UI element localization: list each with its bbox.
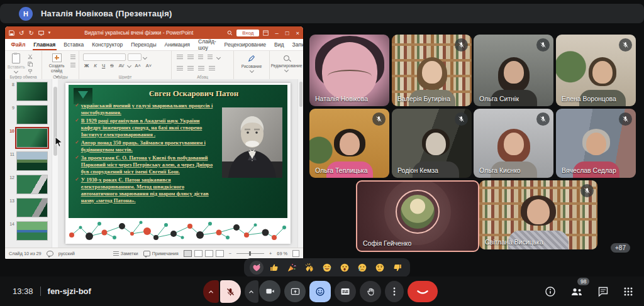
slide-scrollbar[interactable] <box>297 79 303 248</box>
notes-button[interactable]: Заметки <box>113 251 138 256</box>
slide-sorter-button[interactable] <box>194 250 203 257</box>
slideshow-icon[interactable] <box>38 30 44 36</box>
video-tile[interactable]: Ольга Ситнік <box>474 35 553 106</box>
reaction-face-crying[interactable] <box>355 261 369 275</box>
tab-record[interactable]: Запись <box>288 39 303 50</box>
save-icon[interactable] <box>9 30 14 36</box>
shrink-font-button[interactable]: A˅ <box>145 63 153 68</box>
reaction-sparkling-heart[interactable] <box>250 261 264 275</box>
justify-button[interactable] <box>209 66 215 71</box>
undo-icon[interactable]: ↺ <box>19 30 24 36</box>
align-center-button[interactable] <box>187 66 194 71</box>
tab-file[interactable]: Файл <box>7 39 30 50</box>
zoom-out-button[interactable]: − <box>229 251 231 256</box>
slide[interactable]: Євген Оскарович Патон ✓український вчени… <box>65 83 291 244</box>
underline-button[interactable]: Ч <box>101 63 106 68</box>
slide-thumbnail[interactable]: 9 <box>6 105 58 126</box>
fit-slide-button[interactable] <box>292 250 299 257</box>
video-tile-speaking[interactable]: Софія Гейченко <box>356 180 479 252</box>
present-button[interactable] <box>284 281 306 302</box>
tab-animations[interactable]: Анимация <box>160 39 194 50</box>
more-options-button[interactable] <box>385 281 404 302</box>
reaction-face-thinking[interactable] <box>373 261 387 275</box>
reaction-thumbs-up[interactable] <box>267 261 281 275</box>
tab-review[interactable]: Рецензирование <box>220 39 270 50</box>
ribbon-options-icon[interactable] <box>263 30 269 36</box>
editing-button[interactable]: Редактирование <box>270 55 303 72</box>
numbering-button[interactable] <box>187 55 194 60</box>
reaction-clapping-hands[interactable] <box>303 261 316 275</box>
reaction-face-joy[interactable] <box>320 261 334 275</box>
reaction-party-popper[interactable] <box>285 261 299 275</box>
normal-view-button[interactable] <box>184 250 192 257</box>
reaction-face-surprised[interactable] <box>338 261 352 275</box>
maximize-button[interactable]: □ <box>286 30 289 36</box>
minimize-button[interactable]: – <box>275 30 278 36</box>
tab-view[interactable]: Вид <box>270 39 288 50</box>
align-left-button[interactable] <box>177 66 183 71</box>
font-size-box[interactable] <box>128 53 142 61</box>
reset-icon[interactable] <box>70 63 75 68</box>
video-tile[interactable]: Ольга Києнко <box>474 109 553 178</box>
language-label[interactable]: русский <box>58 251 75 256</box>
chat-button[interactable] <box>597 286 609 297</box>
zoom-in-button[interactable]: + <box>269 251 272 256</box>
video-tile[interactable]: Елена Воронцова <box>556 35 636 106</box>
slide-thumbnail-selected[interactable]: 10 <box>6 128 58 149</box>
more-participants-badge[interactable]: +87 <box>611 243 630 253</box>
tab-home[interactable]: Главная <box>30 39 60 50</box>
italic-button[interactable]: К <box>92 63 98 68</box>
paste-button[interactable]: Вставить <box>8 53 24 74</box>
line-spacing-button[interactable] <box>208 55 213 60</box>
bold-button[interactable]: Ж <box>83 63 90 68</box>
grow-font-button[interactable]: A˄ <box>133 63 142 68</box>
accessibility-icon[interactable] <box>47 251 53 256</box>
zoom-level[interactable]: 69 % <box>277 251 287 256</box>
format-painter-icon[interactable] <box>28 69 33 74</box>
raise-hand-button[interactable] <box>360 281 381 302</box>
character-spacing-button[interactable]: AV <box>118 63 126 68</box>
mic-toggle-button[interactable] <box>220 280 241 303</box>
strikethrough-button[interactable]: S <box>109 63 114 68</box>
tab-insert[interactable]: Вставка <box>60 39 88 50</box>
activities-button[interactable] <box>623 287 633 297</box>
cut-icon[interactable] <box>28 54 33 59</box>
tab-transitions[interactable]: Переходы <box>127 39 160 50</box>
participants-button[interactable]: 98 <box>570 286 583 297</box>
slide-thumbnail[interactable]: 11 <box>6 151 58 172</box>
font-name-box[interactable] <box>83 53 126 61</box>
tab-design[interactable]: Конструктор <box>88 39 127 50</box>
camera-options-button[interactable] <box>245 280 258 303</box>
video-tile[interactable]: Валерія Бутиріна <box>392 35 472 106</box>
new-slide-button[interactable]: Создать слайд <box>46 53 67 78</box>
copy-icon[interactable] <box>28 62 33 67</box>
video-tile[interactable]: Ольга Теплицька <box>309 109 389 178</box>
video-tile[interactable]: Світлана Висицька <box>479 180 597 249</box>
drawing-button[interactable]: Рисование <box>234 55 269 73</box>
signin-button[interactable]: Вход <box>236 30 259 36</box>
video-tile[interactable]: Вячеслав Седлар <box>556 109 636 178</box>
bullets-button[interactable] <box>177 55 183 60</box>
slide-thumbnail[interactable]: 12 <box>6 175 58 195</box>
video-tile[interactable]: Наталія Новікова <box>309 35 389 106</box>
search-icon[interactable] <box>227 30 233 36</box>
comments-button[interactable]: Примечания <box>143 251 179 256</box>
reading-view-button[interactable] <box>205 250 213 257</box>
reaction-thumbs-down[interactable] <box>391 261 404 275</box>
tab-slideshow[interactable]: Слайд-шоу <box>194 39 220 50</box>
reactions-toggle-button[interactable] <box>309 281 331 302</box>
indent-decrease-button[interactable] <box>198 55 203 60</box>
layout-icon[interactable] <box>70 55 75 60</box>
end-call-button[interactable] <box>408 281 438 302</box>
camera-toggle-button[interactable] <box>259 280 280 302</box>
slideshow-view-button[interactable] <box>216 250 224 257</box>
slide-thumbnail[interactable]: 8 <box>6 82 58 102</box>
customize-qat-icon[interactable]: ▾ <box>48 30 51 35</box>
align-right-button[interactable] <box>198 66 204 71</box>
redo-icon[interactable]: ↻ <box>28 30 33 36</box>
meeting-details-button[interactable] <box>545 286 556 297</box>
thumbnail-scrollbar[interactable] <box>52 79 58 248</box>
zoom-slider[interactable] <box>236 253 264 254</box>
slide-thumbnail[interactable]: 14 <box>6 221 58 242</box>
mic-options-button[interactable] <box>203 280 219 303</box>
